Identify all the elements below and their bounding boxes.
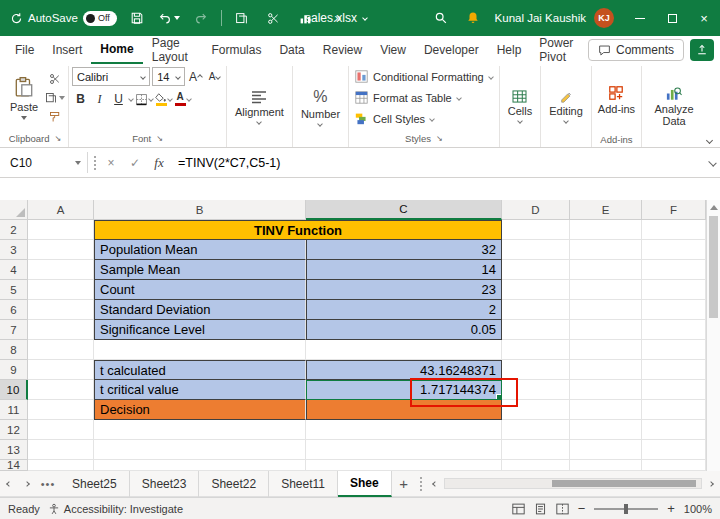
empty-cell[interactable]	[642, 280, 706, 300]
empty-cell[interactable]	[28, 460, 94, 471]
empty-cell[interactable]	[642, 300, 706, 320]
menu-tab-developer[interactable]: Developer	[415, 36, 488, 64]
cell-B5[interactable]: Count	[94, 280, 306, 300]
notification-button[interactable]	[457, 0, 489, 36]
menu-tab-data[interactable]: Data	[270, 36, 313, 64]
zoom-in-button[interactable]: +	[667, 501, 675, 516]
menu-tab-power-pivot[interactable]: Power Pivot	[530, 36, 588, 64]
zoom-out-button[interactable]: −	[578, 501, 586, 516]
alignment-button[interactable]: Alignment	[230, 67, 289, 146]
cell-C11[interactable]	[306, 400, 502, 420]
sheet-tab-sheet25[interactable]: Sheet25	[60, 471, 130, 497]
cell-B10[interactable]: t critical value	[94, 380, 306, 400]
empty-cell[interactable]	[642, 420, 706, 440]
scroll-up-button[interactable]	[707, 200, 720, 214]
quick-access-copy-button[interactable]	[230, 5, 254, 31]
empty-cell[interactable]	[570, 340, 642, 360]
styles-dialog-launcher[interactable]: ↘	[436, 134, 443, 143]
underline-dropdown-icon[interactable]	[128, 96, 134, 102]
empty-cell[interactable]	[502, 280, 570, 300]
cell-B4[interactable]: Sample Mean	[94, 260, 306, 280]
column-header-c[interactable]: C	[306, 200, 502, 220]
more-sheets-button[interactable]: •••	[36, 478, 60, 490]
row-header-6[interactable]: 6	[0, 300, 28, 320]
cell-B11[interactable]: Decision	[94, 400, 306, 420]
menu-tab-file[interactable]: File	[6, 36, 43, 64]
search-button[interactable]	[425, 0, 457, 36]
next-sheet-button[interactable]	[18, 471, 36, 497]
row-header-4[interactable]: 4	[0, 260, 28, 280]
column-header-e[interactable]: E	[570, 200, 642, 220]
select-all-corner[interactable]	[0, 200, 28, 220]
row-header-8[interactable]: 8	[0, 340, 28, 360]
empty-cell[interactable]	[642, 320, 706, 340]
cell-B7[interactable]: Significance Level	[94, 320, 306, 340]
cell-C4[interactable]: 14	[306, 260, 502, 280]
column-header-d[interactable]: D	[502, 200, 570, 220]
borders-button[interactable]	[135, 90, 153, 108]
editing-button[interactable]: Editing	[544, 67, 588, 146]
empty-cell[interactable]	[570, 220, 642, 240]
tab-area-resize-handle[interactable]	[420, 477, 422, 491]
row-header-7[interactable]: 7	[0, 320, 28, 340]
fill-color-button[interactable]	[155, 90, 172, 108]
close-button[interactable]: ×	[688, 0, 720, 36]
font-name-select[interactable]: Calibri	[72, 67, 150, 86]
empty-cell[interactable]	[28, 280, 94, 300]
cut-button[interactable]	[45, 70, 65, 88]
empty-cell[interactable]	[28, 380, 94, 400]
cell-C3[interactable]: 32	[306, 240, 502, 260]
number-format-button[interactable]: % Number	[296, 67, 345, 146]
sheet-tab-sheet23[interactable]: Sheet23	[130, 471, 200, 497]
empty-cell[interactable]	[94, 420, 306, 440]
empty-cell[interactable]	[94, 460, 306, 471]
cell-C7[interactable]: 0.05	[306, 320, 502, 340]
menu-tab-formulas[interactable]: Formulas	[202, 36, 270, 64]
cell-C10-selected[interactable]: 1.717144374	[306, 380, 502, 400]
page-break-view-icon[interactable]	[556, 503, 569, 515]
zoom-slider-thumb[interactable]	[624, 504, 628, 514]
empty-cell[interactable]	[28, 240, 94, 260]
paste-button[interactable]: Paste	[5, 67, 43, 129]
maximize-button[interactable]	[656, 0, 688, 36]
sheet-tab-sheet22[interactable]: Sheet22	[199, 471, 269, 497]
comments-button[interactable]: Comments	[588, 39, 684, 61]
horizontal-scroll-thumb[interactable]	[552, 480, 696, 487]
empty-cell[interactable]	[28, 300, 94, 320]
cell-B2-title[interactable]: TINV Function	[94, 220, 502, 240]
italic-button[interactable]: I	[91, 90, 108, 108]
name-box-resize-handle[interactable]	[94, 156, 96, 170]
row-header-5[interactable]: 5	[0, 280, 28, 300]
accessibility-checker-button[interactable]: Accessibility: Investigate	[48, 503, 183, 515]
undo-button[interactable]	[157, 5, 181, 31]
empty-cell[interactable]	[28, 440, 94, 460]
collapse-ribbon-icon[interactable]	[706, 137, 713, 144]
row-header-3[interactable]: 3	[0, 240, 28, 260]
empty-cell[interactable]	[642, 460, 706, 471]
row-header-13[interactable]: 13	[0, 440, 28, 460]
menu-tab-insert[interactable]: Insert	[43, 36, 91, 64]
empty-cell[interactable]	[502, 300, 570, 320]
cell-C9[interactable]: 43.16248371	[306, 360, 502, 380]
empty-cell[interactable]	[642, 440, 706, 460]
autosave-switch[interactable]: Off	[83, 11, 117, 26]
cell-styles-button[interactable]: Cell Styles	[352, 109, 496, 128]
menu-tab-home[interactable]: Home	[91, 36, 142, 64]
quick-access-cut-button[interactable]	[262, 5, 286, 31]
underline-button[interactable]: U	[110, 90, 127, 108]
clipboard-dialog-launcher[interactable]: ↘	[54, 134, 61, 143]
zoom-slider[interactable]	[594, 508, 658, 510]
empty-cell[interactable]	[570, 360, 642, 380]
user-name[interactable]: Kunal Jai Kaushik	[495, 12, 586, 24]
empty-cell[interactable]	[502, 440, 570, 460]
cancel-entry-button[interactable]: ×	[102, 156, 120, 170]
empty-cell[interactable]	[570, 300, 642, 320]
row-header-2[interactable]: 2	[0, 220, 28, 240]
avatar[interactable]: KJ	[594, 8, 614, 28]
empty-cell[interactable]	[570, 460, 642, 471]
page-layout-view-icon[interactable]	[534, 503, 547, 515]
previous-sheet-button[interactable]	[0, 471, 18, 497]
row-header-14[interactable]: 14	[0, 460, 28, 471]
empty-cell[interactable]	[502, 340, 570, 360]
empty-cell[interactable]	[642, 240, 706, 260]
